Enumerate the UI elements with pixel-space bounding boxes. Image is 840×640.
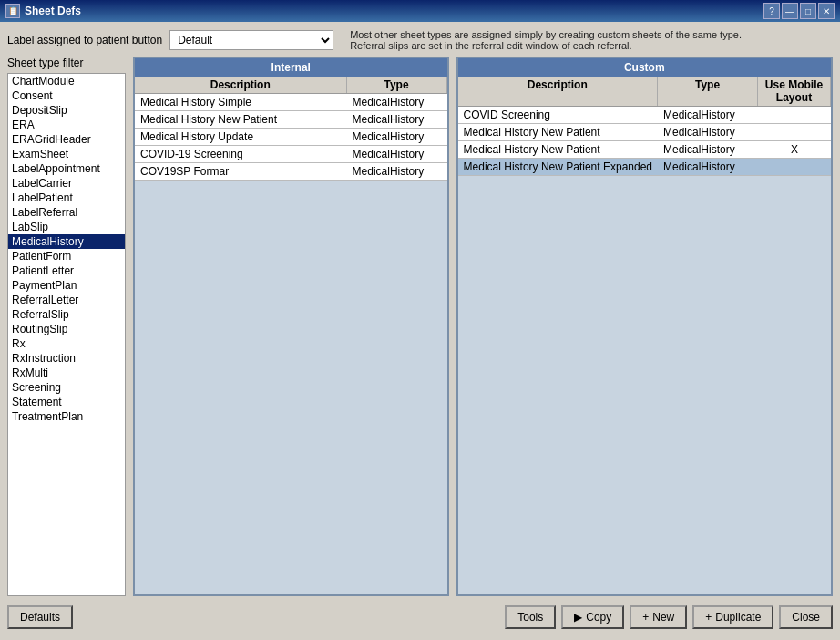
filter-list-item[interactable]: ERAGridHeader: [8, 132, 125, 147]
internal-col-type: Type: [347, 77, 447, 93]
filter-list-item[interactable]: PaymentPlan: [8, 278, 125, 293]
filter-list-item[interactable]: LabelReferral: [8, 205, 125, 220]
duplicate-button[interactable]: + Duplicate: [692, 605, 773, 629]
close-window-button[interactable]: ✕: [818, 3, 835, 19]
filter-list-item[interactable]: ExamSheet: [8, 147, 125, 161]
cell-type: MedicalHistory: [347, 94, 447, 110]
internal-table-header: Internal: [135, 58, 447, 77]
internal-table-panel: Internal Description Type Medical Histor…: [133, 57, 449, 596]
filter-list-item[interactable]: RxMulti: [8, 366, 125, 380]
copy-icon: ▶: [574, 611, 582, 624]
help-button[interactable]: ?: [763, 3, 780, 19]
cell-mobile: [758, 124, 831, 140]
close-button[interactable]: Close: [779, 605, 833, 629]
cell-description: Medical History New Patient: [135, 111, 347, 128]
filter-label: Sheet type filter: [7, 57, 126, 69]
cell-type: MedicalHistory: [347, 111, 447, 128]
filter-list-item[interactable]: Rx: [8, 336, 125, 351]
cell-description: Medical History New Patient: [458, 124, 658, 140]
table-row[interactable]: Medical History Update MedicalHistory: [135, 129, 447, 146]
table-row[interactable]: COVID-19 Screening MedicalHistory: [135, 146, 447, 163]
custom-col-type: Type: [658, 77, 758, 106]
filter-list-item[interactable]: LabSlip: [8, 220, 125, 234]
custom-col-headers: Description Type Use Mobile Layout: [458, 77, 831, 107]
cell-type: MedicalHistory: [347, 146, 447, 162]
cell-mobile: [758, 159, 831, 175]
table-row[interactable]: Medical History New Patient Expanded Med…: [458, 159, 831, 176]
cell-description: COV19SP Formar: [135, 163, 347, 180]
filter-list-item[interactable]: Statement: [8, 395, 125, 409]
filter-list-item[interactable]: TreatmentPlan: [8, 409, 125, 424]
cell-description: Medical History New Patient Expanded: [458, 159, 658, 175]
cell-type: MedicalHistory: [658, 141, 758, 158]
filter-list-item[interactable]: Consent: [8, 88, 125, 103]
cell-description: Medical History New Patient: [458, 141, 658, 158]
window-icon: 📋: [5, 4, 20, 18]
table-row[interactable]: COV19SP Formar MedicalHistory: [135, 163, 447, 181]
cell-description: Medical History Update: [135, 129, 347, 145]
custom-table-panel: Custom Description Type Use Mobile Layou…: [456, 57, 833, 596]
cell-mobile: X: [758, 141, 831, 158]
cell-description: COVID-19 Screening: [135, 146, 347, 162]
duplicate-label: Duplicate: [715, 611, 761, 624]
cell-mobile: [758, 107, 831, 123]
maximize-button[interactable]: □: [800, 3, 816, 19]
filter-list-item[interactable]: MedicalHistory: [8, 234, 125, 249]
cell-type: MedicalHistory: [347, 129, 447, 145]
filter-list-item[interactable]: LabelPatient: [8, 191, 125, 205]
filter-list-item[interactable]: LabelCarrier: [8, 176, 125, 191]
patient-label-text: Label assigned to patient button: [7, 34, 162, 46]
custom-table-header: Custom: [458, 58, 831, 77]
close-label: Close: [792, 611, 820, 624]
new-icon: +: [642, 611, 649, 624]
cell-type: MedicalHistory: [658, 107, 758, 123]
copy-button[interactable]: ▶ Copy: [561, 605, 624, 629]
filter-list-item[interactable]: PatientForm: [8, 249, 125, 263]
table-row[interactable]: Medical History New Patient MedicalHisto…: [458, 141, 831, 159]
custom-col-description: Description: [458, 77, 658, 106]
tools-label: Tools: [517, 611, 543, 624]
filter-list-item[interactable]: ChartModule: [8, 74, 125, 88]
cell-description: COVID Screening: [458, 107, 658, 123]
table-row[interactable]: COVID Screening MedicalHistory: [458, 107, 831, 124]
defaults-label: Defaults: [20, 611, 60, 624]
filter-list-item[interactable]: ReferralSlip: [8, 307, 125, 322]
tools-button[interactable]: Tools: [505, 605, 556, 629]
internal-col-headers: Description Type: [135, 77, 447, 94]
minimize-button[interactable]: —: [782, 3, 798, 19]
title-bar: 📋 Sheet Defs ? — □ ✕: [0, 0, 840, 22]
table-row[interactable]: Medical History Simple MedicalHistory: [135, 94, 447, 111]
new-button[interactable]: + New: [630, 605, 687, 629]
cell-type: MedicalHistory: [658, 159, 758, 175]
info-text: Most other sheet types are assigned simp…: [350, 29, 742, 51]
filter-list-item[interactable]: ReferralLetter: [8, 293, 125, 307]
defaults-button[interactable]: Defaults: [7, 605, 73, 629]
filter-list-item[interactable]: RoutingSlip: [8, 322, 125, 336]
duplicate-icon: +: [705, 611, 712, 624]
copy-label: Copy: [586, 611, 611, 624]
cell-type: MedicalHistory: [658, 124, 758, 140]
bottom-bar: Defaults Tools ▶ Copy + New + Duplicate …: [7, 602, 833, 633]
window-title: Sheet Defs: [25, 5, 81, 17]
table-row[interactable]: Medical History New Patient MedicalHisto…: [135, 111, 447, 129]
table-row[interactable]: Medical History New Patient MedicalHisto…: [458, 124, 831, 141]
filter-list-item[interactable]: PatientLetter: [8, 263, 125, 278]
filter-list[interactable]: ChartModuleConsentDepositSlipERAERAGridH…: [7, 73, 126, 596]
custom-col-mobile: Use Mobile Layout: [758, 77, 831, 106]
label-select[interactable]: Default: [169, 30, 333, 50]
custom-table-body[interactable]: COVID Screening MedicalHistory Medical H…: [458, 107, 831, 594]
internal-table-body[interactable]: Medical History Simple MedicalHistory Me…: [135, 94, 447, 594]
new-label: New: [652, 611, 674, 624]
filter-list-item[interactable]: Screening: [8, 380, 125, 395]
filter-list-item[interactable]: RxInstruction: [8, 351, 125, 366]
filter-list-item[interactable]: ERA: [8, 118, 125, 132]
cell-type: MedicalHistory: [347, 163, 447, 180]
filter-list-item[interactable]: LabelAppointment: [8, 161, 125, 176]
cell-description: Medical History Simple: [135, 94, 347, 110]
internal-col-description: Description: [135, 77, 347, 93]
filter-list-item[interactable]: DepositSlip: [8, 103, 125, 118]
